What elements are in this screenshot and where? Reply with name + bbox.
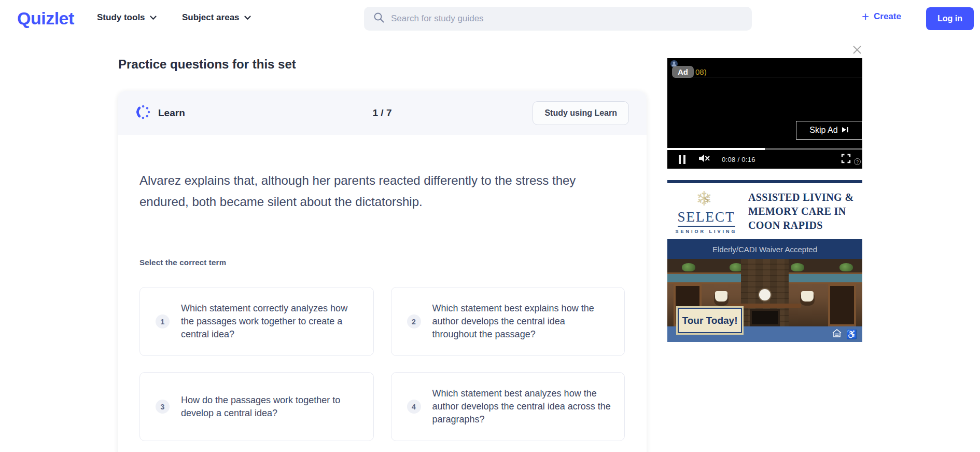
create-button[interactable]: + Create bbox=[862, 11, 901, 22]
snowflake-letter: S bbox=[704, 195, 708, 203]
nav-study-tools[interactable]: Study tools bbox=[97, 12, 157, 23]
plant-decor bbox=[839, 263, 853, 271]
waiver-banner: Elderly/CADI Waiver Accepted bbox=[667, 239, 862, 259]
learn-mode-icon bbox=[135, 104, 151, 122]
nav-subject-areas[interactable]: Subject areas bbox=[182, 12, 251, 23]
video-controls-bar: 0:08 / 0:16 bbox=[667, 150, 862, 169]
quizlet-logo[interactable]: Quizlet bbox=[17, 8, 74, 29]
answer-option-4[interactable]: 4 Which statement best analyzes how the … bbox=[391, 372, 625, 441]
search-icon bbox=[373, 12, 385, 25]
answer-options-grid: 1 Which statement correctly analyzes how… bbox=[139, 287, 625, 441]
snowflake-icon: ❄ S bbox=[696, 188, 717, 209]
skip-ad-label: Skip Ad bbox=[809, 126, 837, 135]
quizlet-page: Quizlet Study tools Subject areas + Crea… bbox=[0, 0, 980, 452]
video-ad-player[interactable]: Ad 08) Skip Ad 0:08 / 0:16 bbox=[667, 58, 862, 169]
search-input[interactable] bbox=[391, 13, 743, 24]
senior-living-ad[interactable]: ❄ S SELECT SENIOR LIVING ASSISTED LIVING… bbox=[667, 180, 862, 342]
study-using-learn-button[interactable]: Study using Learn bbox=[533, 101, 629, 125]
wheelchair-accessible-icon: ♿ bbox=[846, 330, 857, 339]
video-ad-title-fragment: 08) bbox=[695, 67, 707, 76]
option-text: Which statement correctly analyzes how t… bbox=[181, 302, 360, 341]
chevron-down-icon bbox=[244, 12, 251, 23]
ad-logo-headline-row: ❄ S SELECT SENIOR LIVING ASSISTED LIVING… bbox=[667, 183, 862, 239]
answer-option-2[interactable]: 2 Which statement best explains how the … bbox=[391, 287, 625, 356]
select-senior-living-logo: ❄ S SELECT SENIOR LIVING bbox=[667, 188, 745, 234]
search-bar[interactable] bbox=[364, 7, 752, 31]
create-label: Create bbox=[874, 11, 901, 22]
option-number-badge: 1 bbox=[156, 314, 170, 328]
question-progress: 1 / 7 bbox=[373, 107, 392, 119]
logo-subtitle: SENIOR LIVING bbox=[675, 229, 737, 234]
photo-fireplace-opening bbox=[750, 309, 780, 326]
top-navigation-bar: Quizlet Study tools Subject areas + Crea… bbox=[0, 0, 980, 37]
chevron-down-icon bbox=[150, 12, 157, 23]
video-time-display: 0:08 / 0:16 bbox=[722, 156, 755, 163]
option-text: How do the passages work together to dev… bbox=[181, 394, 360, 420]
skip-ad-button[interactable]: Skip Ad bbox=[796, 121, 862, 140]
tour-today-button[interactable]: Tour Today! bbox=[678, 308, 742, 333]
option-number-badge: 4 bbox=[407, 400, 421, 414]
ad-headline: ASSISTED LIVING & MEMORY CARE IN COON RA… bbox=[748, 190, 861, 232]
option-number-badge: 3 bbox=[156, 400, 170, 414]
photo-clock bbox=[758, 288, 772, 302]
plant-decor bbox=[682, 263, 695, 271]
photo-mantel bbox=[729, 304, 801, 308]
muted-volume-icon[interactable] bbox=[698, 153, 710, 166]
nav-study-tools-label: Study tools bbox=[97, 12, 145, 23]
ad-help-icon[interactable]: ? bbox=[854, 158, 861, 165]
photo-lamp-right bbox=[801, 291, 814, 302]
question-definition-text: Alvarez explains that, although her pare… bbox=[139, 170, 627, 212]
plus-icon: + bbox=[862, 11, 869, 22]
learn-practice-card: Learn 1 / 7 Study using Learn Alvarez ex… bbox=[118, 91, 647, 452]
photo-lamp-left bbox=[715, 291, 727, 302]
ad-badge: Ad bbox=[672, 66, 694, 78]
option-number-badge: 2 bbox=[407, 314, 421, 328]
pause-icon[interactable] bbox=[679, 155, 685, 164]
fullscreen-icon[interactable] bbox=[841, 154, 851, 166]
video-ad-title-row: Ad 08) bbox=[672, 66, 707, 78]
option-text: Which statement best analyzes how the au… bbox=[432, 387, 611, 426]
photo-door-right bbox=[828, 284, 856, 326]
logo-title: SELECT bbox=[678, 209, 735, 227]
learn-mode-label: Learn bbox=[158, 107, 185, 119]
equal-housing-icon bbox=[832, 328, 842, 340]
option-text: Which statement best explains how the au… bbox=[432, 302, 611, 341]
nav-subject-areas-label: Subject areas bbox=[182, 12, 240, 23]
answer-option-1[interactable]: 1 Which statement correctly analyzes how… bbox=[139, 287, 374, 356]
answer-option-3[interactable]: 3 How do the passages work together to d… bbox=[139, 372, 374, 441]
plant-decor bbox=[791, 263, 804, 271]
login-button[interactable]: Log in bbox=[926, 7, 974, 30]
video-title-divider bbox=[673, 77, 862, 77]
skip-forward-icon bbox=[842, 126, 849, 135]
select-term-prompt: Select the correct term bbox=[139, 258, 226, 267]
page-title: Practice questions for this set bbox=[118, 57, 296, 72]
close-ad-icon[interactable] bbox=[852, 45, 862, 55]
learn-card-header: Learn 1 / 7 Study using Learn bbox=[118, 91, 647, 135]
